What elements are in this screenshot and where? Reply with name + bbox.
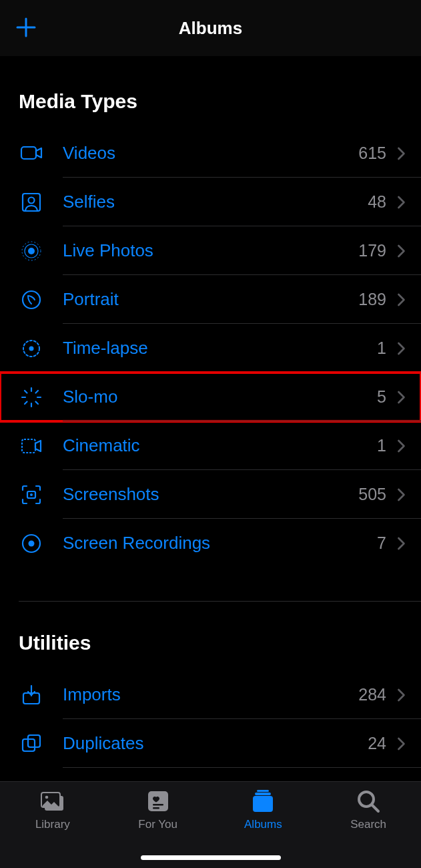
chevron-right-icon: [390, 487, 421, 502]
chevron-right-icon: [390, 341, 421, 356]
for-you-icon: [144, 789, 172, 814]
row-screen-recordings[interactable]: Screen Recordings 7: [0, 519, 421, 568]
tab-bar: Library For You Albums Search: [0, 781, 421, 868]
row-cinematic[interactable]: Cinematic 1: [0, 421, 421, 470]
portrait-icon: [19, 287, 44, 312]
screenrec-icon: [19, 531, 44, 556]
cinematic-icon: [19, 433, 44, 459]
row-imports[interactable]: Imports 284: [0, 670, 421, 719]
header-bar: Albums: [0, 0, 421, 56]
row-label: Live Photos: [44, 240, 358, 261]
chevron-right-icon: [390, 736, 421, 751]
row-label: Cinematic: [44, 435, 377, 456]
add-album-button[interactable]: [15, 17, 37, 40]
home-indicator[interactable]: [141, 855, 281, 860]
row-count: 284: [358, 685, 390, 704]
row-count: 1: [377, 339, 390, 358]
row-screenshots[interactable]: Screenshots 505: [0, 470, 421, 519]
chevron-right-icon: [390, 688, 421, 702]
search-icon: [354, 789, 382, 814]
row-label: Time-lapse: [44, 338, 377, 359]
screenshot-icon: [19, 482, 44, 507]
row-selfies[interactable]: Selfies 48: [0, 178, 421, 226]
selfie-icon: [19, 190, 44, 215]
tab-label: Search: [350, 818, 386, 831]
library-icon: [39, 789, 67, 814]
section-title-utilities: Utilities: [0, 602, 421, 670]
albums-icon: [249, 789, 277, 814]
row-time-lapse[interactable]: Time-lapse 1: [0, 324, 421, 373]
tab-label: Albums: [244, 818, 282, 831]
row-videos[interactable]: Videos 615: [0, 129, 421, 178]
row-portrait[interactable]: Portrait 189: [0, 275, 421, 324]
row-label: Screenshots: [44, 484, 358, 505]
row-count: 7: [377, 533, 390, 553]
chevron-right-icon: [390, 390, 421, 405]
row-label: Selfies: [44, 192, 368, 212]
row-count: 48: [368, 192, 390, 212]
row-count: 179: [358, 241, 390, 260]
tab-label: Library: [35, 818, 70, 831]
import-icon: [19, 682, 44, 708]
row-count: 189: [358, 290, 390, 309]
plus-icon: [15, 16, 37, 41]
content: Media Types Videos 615 Selfies 48 Live P…: [0, 56, 421, 817]
section-title-media-types: Media Types: [0, 57, 421, 129]
row-count: 615: [358, 144, 390, 163]
livephoto-icon: [19, 238, 44, 264]
video-icon: [19, 141, 44, 166]
timelapse-icon: [19, 336, 44, 361]
row-duplicates[interactable]: Duplicates 24: [0, 719, 421, 768]
row-label: Videos: [44, 143, 358, 164]
chevron-right-icon: [390, 439, 421, 453]
row-live-photos[interactable]: Live Photos 179: [0, 226, 421, 275]
section-media-types: Media Types Videos 615 Selfies 48 Live P…: [0, 56, 421, 568]
row-label: Portrait: [44, 289, 358, 310]
chevron-right-icon: [390, 536, 421, 551]
chevron-right-icon: [390, 244, 421, 258]
tab-search[interactable]: Search: [316, 789, 421, 868]
row-count: 505: [358, 485, 390, 504]
tab-library[interactable]: Library: [0, 789, 105, 868]
row-slo-mo[interactable]: Slo-mo 5: [0, 373, 421, 421]
chevron-right-icon: [390, 292, 421, 307]
row-label: Screen Recordings: [44, 533, 377, 554]
row-label: Imports: [44, 684, 358, 705]
row-count: 1: [377, 436, 390, 455]
row-label: Slo-mo: [44, 387, 377, 407]
row-label: Duplicates: [44, 733, 368, 754]
row-count: 5: [377, 387, 390, 407]
tab-label: For You: [138, 818, 177, 831]
chevron-right-icon: [390, 146, 421, 161]
page-title: Albums: [179, 18, 242, 39]
row-count: 24: [368, 734, 390, 753]
chevron-right-icon: [390, 195, 421, 210]
slomo-icon: [19, 385, 44, 410]
duplicates-icon: [19, 731, 44, 756]
